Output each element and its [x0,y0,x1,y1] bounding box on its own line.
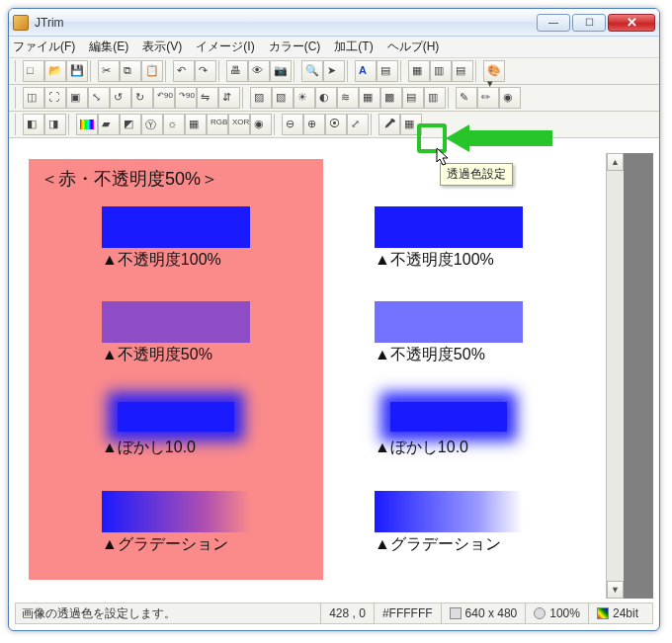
menu-image[interactable]: イメージ(I) [196,39,254,55]
fx-e-button[interactable]: ▥ [424,87,446,109]
minimize-button[interactable]: — [537,14,570,32]
menu-color[interactable]: カラー(C) [269,39,321,55]
maximize-button[interactable]: ☐ [572,14,606,32]
titlebar: JTrim — ☐ ✕ [9,9,659,37]
new-button[interactable]: □ [23,60,44,82]
swatch-opacity50-left [102,301,250,343]
rot90l-button[interactable]: ↶90 [153,87,175,109]
status-depth: 24bit [588,603,646,623]
swatch-opacity50-right [375,301,523,343]
tone-button[interactable]: ◩ [120,114,141,135]
marker-button[interactable]: ✎ [456,87,477,109]
color-button[interactable]: ▤ [377,60,398,82]
rotate-left-button[interactable]: ↺ [110,87,131,109]
transparent-color-button[interactable] [378,114,400,135]
mosaic-button[interactable]: ▦ [185,114,207,135]
expand-button[interactable]: ⤡ [88,87,110,109]
palette-button[interactable]: 🎨▾ [483,60,505,82]
fx-c-button[interactable]: ▩ [380,87,402,109]
caption: ▲不透明度100% [102,250,250,271]
brightness-button[interactable]: ☀ [294,87,315,109]
hue-button[interactable]: Ⓨ [141,114,163,135]
sample-left-2: ▲不透明度50% [102,301,250,365]
swatch-opacity100-right [375,206,523,248]
rainbow-button[interactable] [76,114,98,135]
sample-right-3: ▲ぼかし10.0 [375,396,523,458]
toolbar-row-3: ◧ ◨ ▰ ◩ Ⓨ ☼ ▦ RGB XOR ◉ ⊖ ⊕ ⦿ ⤢ ▦ [9,112,659,138]
flip-v-button[interactable]: ⇵ [218,87,240,109]
resize-button[interactable]: ⛶ [44,87,66,109]
menu-process[interactable]: 加工(T) [334,39,373,55]
contrast-button[interactable]: ◐ [315,87,337,109]
gray-button[interactable]: ◧ [23,114,44,135]
toolbar-row-2: ◫ ⛶ ▣ ⤡ ↺ ↻ ↶90 ↷90 ⇋ ⇵ ▨ ▧ ☀ ◐ ≋ ▦ ▩ ▤ … [9,85,659,112]
zoom-100-button[interactable]: ⦿ [325,114,347,135]
twain-button[interactable]: 📷 [270,60,292,82]
invert-button[interactable]: ◨ [44,114,66,135]
caption: ▲ぼかし10.0 [102,438,250,458]
swatch-gradient-left [102,491,250,532]
scroll-up-button[interactable]: ▲ [607,153,624,171]
canvas[interactable]: ＜赤・不透明度50%＞ ▲不透明度100% ▲不透明度50% ▲ぼかし10.0 … [15,153,606,599]
spiral-button[interactable]: ◉ [499,87,521,109]
status-color: #FFFFFF [374,603,441,623]
copy-button[interactable]: ⧉ [120,60,141,82]
vertical-scrollbar[interactable]: ▲ ▼ [606,153,624,599]
brightness2-button[interactable]: ☼ [163,114,185,135]
scroll-down-button[interactable]: ▼ [607,581,624,599]
grid2-button[interactable]: ▦ [400,114,422,135]
brush-button[interactable]: ✏ [477,87,499,109]
paste-button[interactable]: 📋 [141,60,163,82]
rotate-right-button[interactable]: ↻ [131,87,153,109]
text-button[interactable]: A [355,60,377,82]
flip-h-button[interactable]: ⇋ [197,87,218,109]
undo-button[interactable]: ↶ [173,60,195,82]
menu-file[interactable]: ファイル(F) [13,39,75,55]
menu-edit[interactable]: 編集(E) [89,39,128,55]
levels-button[interactable]: ▰ [98,114,120,135]
zoom-in-button[interactable]: ⊕ [303,114,325,135]
swatch-blur-right [390,402,507,432]
fx-b-button[interactable]: ▧ [272,87,294,109]
scroll-track[interactable] [607,171,624,581]
grid-c-button[interactable]: ▤ [452,60,473,82]
grid-a-button[interactable]: ▦ [408,60,430,82]
dims-icon [450,607,462,619]
redo-button[interactable]: ↷ [195,60,216,82]
menu-help[interactable]: ヘルプ(H) [387,39,440,55]
status-zoom: 100% [525,603,588,623]
preview-button[interactable]: 👁 [248,60,270,82]
xor-button[interactable]: XOR [228,114,250,135]
app-icon [13,15,29,31]
close-button[interactable]: ✕ [608,14,655,32]
zoom-fit-button[interactable]: ⤢ [347,114,369,135]
rot90r-button[interactable]: ↷90 [175,87,197,109]
caption: ▲グラデーション [102,534,250,555]
open-button[interactable]: 📂 [44,60,66,82]
save-button[interactable]: 💾 [66,60,88,82]
fit-button[interactable]: ▣ [66,87,88,109]
wave-button[interactable]: ≋ [337,87,359,109]
zoom-out-button[interactable]: ⊖ [282,114,303,135]
find-button[interactable]: 🔍 [301,60,323,82]
swatch-gradient-right [375,491,523,532]
rgb-button[interactable]: RGB [207,114,228,135]
sample-left-3: ▲ぼかし10.0 [102,396,250,458]
zoom-icon [534,607,546,619]
sample-right-4: ▲グラデーション [375,491,523,555]
pointer-button[interactable]: ➤ [323,60,345,82]
depth-icon [597,607,609,619]
crop-button[interactable]: ◫ [23,87,44,109]
cut-button[interactable]: ✂ [98,60,120,82]
caption: ▲不透明度50% [375,345,523,365]
fx-a-button[interactable]: ▨ [250,87,272,109]
grid-b-button[interactable]: ▥ [430,60,452,82]
sample-right-2: ▲不透明度50% [375,301,523,365]
app-window: JTrim — ☐ ✕ ファイル(F) 編集(E) 表示(V) イメージ(I) … [8,8,660,631]
fx-d-button[interactable]: ▤ [402,87,424,109]
shift-button[interactable]: ◉ [250,114,272,135]
status-message: 画像の透過色を設定します。 [22,605,176,622]
print-button[interactable]: 🖶 [226,60,248,82]
checker-button[interactable]: ▦ [359,87,380,109]
menu-view[interactable]: 表示(V) [142,39,182,55]
